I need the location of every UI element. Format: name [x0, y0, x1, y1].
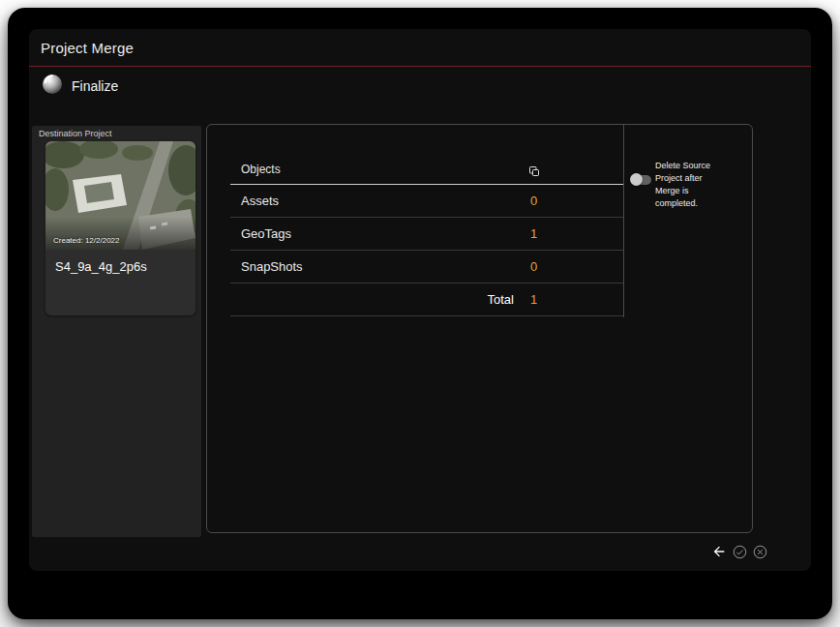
merge-summary-panel: Objects Assets 0 GeoTags 1: [206, 124, 753, 533]
check-circle-icon: [733, 548, 747, 562]
header-divider: [29, 66, 811, 67]
row-value: 0: [530, 259, 537, 274]
row-value: 0: [530, 194, 537, 208]
back-arrow-icon: [711, 548, 727, 562]
dialog-title: Project Merge: [41, 40, 134, 56]
finalize-step[interactable]: Finalize: [42, 74, 118, 99]
project-merge-dialog: Project Merge Finalize: [29, 29, 811, 571]
confirm-button[interactable]: [732, 544, 748, 560]
table-row: Assets 0: [230, 185, 623, 218]
objects-column-header: Objects: [241, 163, 281, 176]
objects-table: Objects Assets 0 GeoTags 1: [230, 125, 623, 316]
table-row: SnapShots 0: [230, 251, 623, 284]
cancel-button[interactable]: [752, 544, 768, 560]
destination-section-label: Destination Project: [32, 126, 201, 138]
total-label: Total: [230, 292, 514, 307]
close-circle-icon: [753, 548, 767, 562]
destination-project-card[interactable]: Created: 12/2/2022 S4_9a_4g_2p6s: [45, 141, 195, 315]
row-value: 1: [530, 226, 537, 241]
row-label: SnapShots: [241, 259, 303, 274]
toggle-knob: [630, 173, 643, 186]
total-row: Total 1: [230, 284, 623, 316]
row-label: GeoTags: [241, 226, 291, 241]
count-icon: [528, 165, 540, 177]
row-label: Assets: [241, 194, 279, 208]
table-divider: [623, 125, 624, 317]
dialog-footer: [710, 543, 768, 560]
project-thumbnail: Created: 12/2/2022: [45, 141, 195, 250]
table-header: Objects: [230, 125, 623, 185]
app-window: Project Merge Finalize: [8, 8, 832, 619]
destination-panel: Destination Project: [32, 126, 201, 537]
table-row: GeoTags 1: [230, 218, 623, 251]
project-name: S4_9a_4g_2p6s: [45, 250, 195, 274]
delete-source-toggle[interactable]: [631, 174, 652, 187]
total-value: 1: [530, 292, 537, 307]
delete-source-label: Delete Source Project after Merge is com…: [655, 160, 711, 210]
orb-icon: [42, 74, 63, 99]
finalize-step-label: Finalize: [72, 78, 118, 94]
back-button[interactable]: [710, 543, 728, 560]
created-date-label: Created: 12/2/2022: [53, 236, 120, 245]
